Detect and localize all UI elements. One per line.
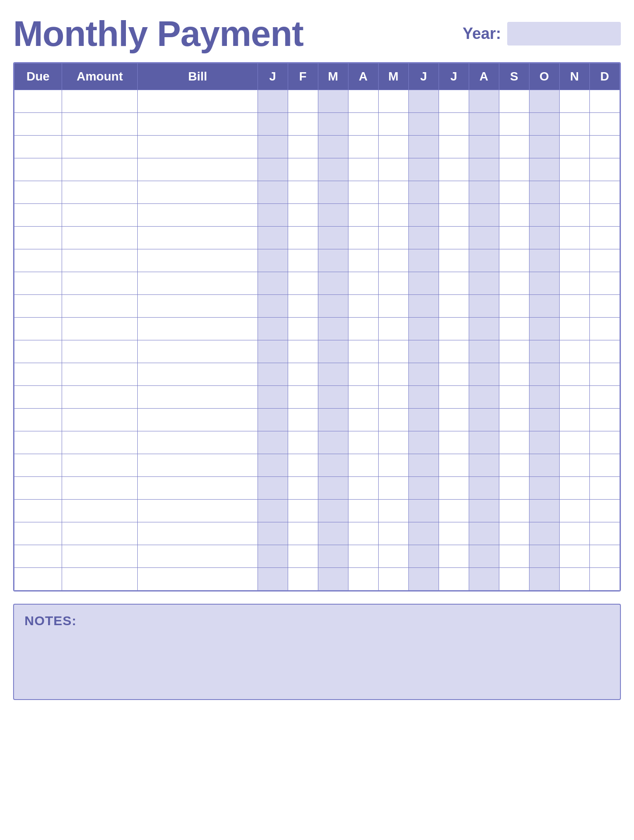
cell-month-1[interactable] bbox=[288, 249, 318, 272]
cell-bill[interactable] bbox=[138, 477, 258, 500]
cell-amount[interactable] bbox=[62, 386, 138, 409]
cell-month-4[interactable] bbox=[378, 409, 408, 431]
cell-month-2[interactable] bbox=[318, 295, 348, 318]
cell-month-3[interactable] bbox=[348, 158, 378, 181]
cell-month-9[interactable] bbox=[529, 454, 559, 477]
cell-month-5[interactable] bbox=[408, 454, 439, 477]
cell-month-10[interactable] bbox=[559, 340, 589, 363]
cell-amount[interactable] bbox=[62, 158, 138, 181]
cell-month-2[interactable] bbox=[318, 227, 348, 249]
cell-month-5[interactable] bbox=[408, 181, 439, 204]
cell-month-9[interactable] bbox=[529, 204, 559, 227]
cell-due[interactable] bbox=[14, 181, 62, 204]
cell-month-11[interactable] bbox=[589, 158, 620, 181]
cell-bill[interactable] bbox=[138, 90, 258, 113]
cell-amount[interactable] bbox=[62, 249, 138, 272]
cell-month-7[interactable] bbox=[469, 272, 499, 295]
cell-month-11[interactable] bbox=[589, 295, 620, 318]
cell-month-5[interactable] bbox=[408, 522, 439, 545]
cell-bill[interactable] bbox=[138, 272, 258, 295]
cell-month-7[interactable] bbox=[469, 409, 499, 431]
cell-amount[interactable] bbox=[62, 500, 138, 522]
cell-amount[interactable] bbox=[62, 204, 138, 227]
cell-month-10[interactable] bbox=[559, 113, 589, 136]
cell-month-8[interactable] bbox=[499, 545, 529, 568]
cell-month-0[interactable] bbox=[258, 295, 288, 318]
cell-month-5[interactable] bbox=[408, 249, 439, 272]
cell-due[interactable] bbox=[14, 272, 62, 295]
cell-month-4[interactable] bbox=[378, 227, 408, 249]
cell-month-7[interactable] bbox=[469, 522, 499, 545]
cell-month-2[interactable] bbox=[318, 181, 348, 204]
cell-month-4[interactable] bbox=[378, 318, 408, 340]
cell-month-6[interactable] bbox=[439, 431, 469, 454]
cell-month-5[interactable] bbox=[408, 477, 439, 500]
cell-month-9[interactable] bbox=[529, 363, 559, 386]
cell-month-7[interactable] bbox=[469, 227, 499, 249]
cell-amount[interactable] bbox=[62, 227, 138, 249]
cell-month-8[interactable] bbox=[499, 386, 529, 409]
cell-month-6[interactable] bbox=[439, 204, 469, 227]
cell-month-0[interactable] bbox=[258, 386, 288, 409]
cell-month-0[interactable] bbox=[258, 431, 288, 454]
cell-month-3[interactable] bbox=[348, 500, 378, 522]
cell-month-1[interactable] bbox=[288, 386, 318, 409]
cell-month-10[interactable] bbox=[559, 136, 589, 158]
cell-bill[interactable] bbox=[138, 158, 258, 181]
cell-month-5[interactable] bbox=[408, 227, 439, 249]
cell-month-6[interactable] bbox=[439, 568, 469, 591]
cell-month-7[interactable] bbox=[469, 295, 499, 318]
cell-month-11[interactable] bbox=[589, 227, 620, 249]
cell-month-7[interactable] bbox=[469, 386, 499, 409]
cell-due[interactable] bbox=[14, 454, 62, 477]
cell-amount[interactable] bbox=[62, 318, 138, 340]
cell-month-6[interactable] bbox=[439, 295, 469, 318]
cell-month-3[interactable] bbox=[348, 386, 378, 409]
cell-amount[interactable] bbox=[62, 340, 138, 363]
cell-month-4[interactable] bbox=[378, 272, 408, 295]
cell-month-8[interactable] bbox=[499, 158, 529, 181]
cell-month-6[interactable] bbox=[439, 181, 469, 204]
cell-month-0[interactable] bbox=[258, 363, 288, 386]
cell-month-2[interactable] bbox=[318, 158, 348, 181]
cell-month-5[interactable] bbox=[408, 113, 439, 136]
cell-month-5[interactable] bbox=[408, 136, 439, 158]
cell-month-11[interactable] bbox=[589, 272, 620, 295]
cell-amount[interactable] bbox=[62, 409, 138, 431]
cell-month-8[interactable] bbox=[499, 318, 529, 340]
cell-month-10[interactable] bbox=[559, 363, 589, 386]
cell-month-8[interactable] bbox=[499, 90, 529, 113]
cell-month-1[interactable] bbox=[288, 204, 318, 227]
cell-month-2[interactable] bbox=[318, 386, 348, 409]
cell-bill[interactable] bbox=[138, 113, 258, 136]
cell-month-7[interactable] bbox=[469, 204, 499, 227]
cell-month-0[interactable] bbox=[258, 545, 288, 568]
cell-month-7[interactable] bbox=[469, 431, 499, 454]
cell-month-1[interactable] bbox=[288, 431, 318, 454]
cell-month-4[interactable] bbox=[378, 500, 408, 522]
cell-month-6[interactable] bbox=[439, 272, 469, 295]
cell-month-7[interactable] bbox=[469, 113, 499, 136]
cell-month-5[interactable] bbox=[408, 90, 439, 113]
cell-month-4[interactable] bbox=[378, 295, 408, 318]
cell-month-1[interactable] bbox=[288, 181, 318, 204]
cell-month-8[interactable] bbox=[499, 522, 529, 545]
cell-month-2[interactable] bbox=[318, 272, 348, 295]
cell-month-9[interactable] bbox=[529, 409, 559, 431]
cell-month-9[interactable] bbox=[529, 272, 559, 295]
cell-month-4[interactable] bbox=[378, 249, 408, 272]
cell-month-1[interactable] bbox=[288, 113, 318, 136]
cell-month-3[interactable] bbox=[348, 113, 378, 136]
cell-month-10[interactable] bbox=[559, 318, 589, 340]
cell-month-8[interactable] bbox=[499, 363, 529, 386]
cell-bill[interactable] bbox=[138, 409, 258, 431]
cell-month-3[interactable] bbox=[348, 477, 378, 500]
cell-due[interactable] bbox=[14, 363, 62, 386]
cell-bill[interactable] bbox=[138, 181, 258, 204]
cell-month-0[interactable] bbox=[258, 204, 288, 227]
cell-month-5[interactable] bbox=[408, 386, 439, 409]
cell-month-1[interactable] bbox=[288, 90, 318, 113]
cell-month-7[interactable] bbox=[469, 181, 499, 204]
cell-month-11[interactable] bbox=[589, 409, 620, 431]
cell-month-9[interactable] bbox=[529, 545, 559, 568]
